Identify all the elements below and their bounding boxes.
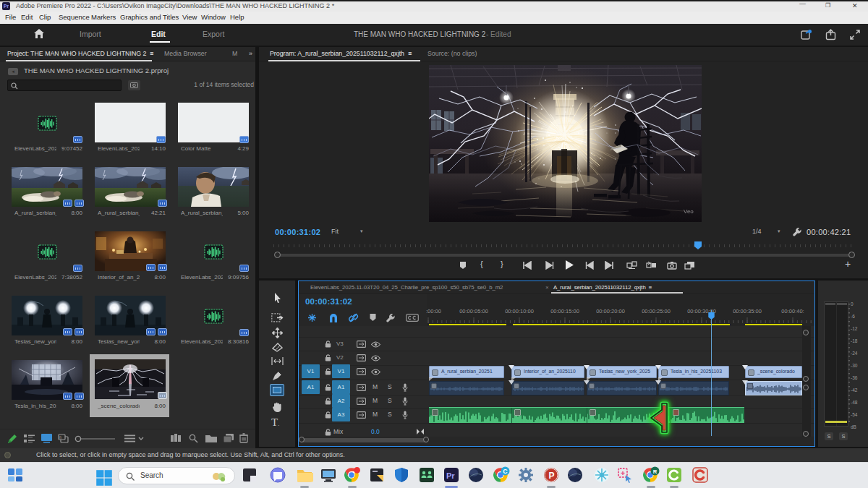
svg-text:R: R (653, 468, 658, 475)
svg-text:Pr: Pr (446, 471, 455, 480)
svg-text:C: C (503, 468, 508, 475)
svg-text:P: P (549, 471, 555, 481)
svg-text:Veo: Veo (684, 208, 694, 215)
svg-text:fi: fi (59, 435, 61, 440)
